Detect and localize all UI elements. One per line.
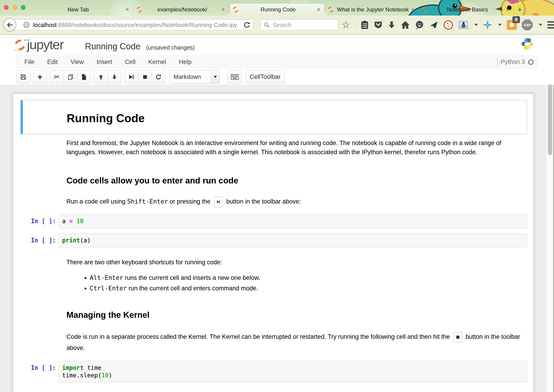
address-bar[interactable]: localhost:8888/notebooks/docs/source/exa… [10, 19, 253, 30]
dropdown-caret-icon[interactable] [539, 24, 542, 26]
url-path: :8888/notebooks/docs/source/examples/Not… [57, 21, 237, 28]
duckduckgo-icon[interactable] [443, 20, 453, 30]
interrupt-kernel-button[interactable] [138, 70, 152, 83]
code-number: 10 [76, 218, 83, 224]
zoom-window-button[interactable] [21, 5, 26, 10]
reload-icon[interactable] [243, 21, 250, 28]
menu-help[interactable]: Help [173, 58, 198, 66]
asterisk-addon-icon[interactable]: ✱ 8 [507, 20, 517, 30]
code-input[interactable]: import timetime.sleep(10) [58, 361, 527, 382]
shortcuts-intro-paragraph: There are two other keyboard shortcuts f… [66, 258, 529, 267]
tabs: New Tab × examples/Notebook/ × Running C… [29, 0, 526, 15]
selected-markdown-cell[interactable]: Running Code [21, 100, 527, 134]
pocket-icon[interactable] [374, 21, 382, 29]
tab-examples-notebook[interactable]: examples/Notebook/ × [133, 4, 229, 15]
code-cell-a[interactable]: In [ ]: a = 10 [21, 214, 540, 228]
list-item: Ctrl-Enter run the current cell and ente… [90, 283, 526, 293]
tab-close-icon[interactable]: × [410, 6, 416, 13]
list-item: Alt-Enter runs the current cell and inse… [90, 273, 526, 283]
tab-title: What is the Jupyter Notebook [336, 6, 410, 13]
search-input[interactable] [272, 21, 327, 29]
tab-bar: New Tab × examples/Notebook/ × Running C… [0, 0, 554, 15]
tab-close-icon[interactable]: × [125, 6, 130, 13]
move-cell-down-button[interactable] [108, 70, 121, 83]
checkpoint-status: (unsaved changes) [146, 44, 195, 51]
code-token: time.sleep( [62, 372, 101, 379]
fly-addon-icon[interactable] [458, 21, 468, 29]
select-arrow [211, 70, 219, 83]
toolbar-addons: ☆ [342, 15, 554, 34]
tab-close-icon[interactable]: × [220, 6, 226, 13]
code-number: 10 [101, 372, 109, 379]
dropdown-caret-icon[interactable] [474, 24, 478, 26]
step-forward-icon [128, 74, 134, 80]
window-edge [553, 85, 554, 392]
run-text-middle: or pressing the [168, 198, 212, 205]
scrollbar-thumb[interactable] [548, 84, 552, 155]
page-scrollbar[interactable] [546, 85, 554, 392]
run-instruction-paragraph: Run a code cell using Shift-Enter or pre… [66, 196, 529, 207]
jupyter-favicon [232, 6, 239, 13]
code-cell-sleep[interactable]: In [ ]: import timetime.sleep(10) [21, 361, 540, 382]
dropdown-caret-icon[interactable] [498, 24, 502, 26]
menu-insert[interactable]: Insert [90, 58, 118, 66]
download-icon[interactable] [388, 21, 396, 29]
copy-cell-button[interactable] [63, 70, 77, 83]
insert-cell-below-button[interactable] [33, 70, 47, 83]
jupyter-favicon [136, 6, 143, 13]
tab-new-tab[interactable]: New Tab × [29, 4, 133, 15]
code-input[interactable]: print(a) [58, 233, 527, 247]
menu-hamburger-icon[interactable] [547, 21, 554, 28]
run-text-before: Run a code cell using [66, 198, 127, 205]
paste-cell-button[interactable] [77, 70, 91, 83]
cell-toolbar-button[interactable]: CellToolbar [245, 70, 285, 83]
jupyter-logo-text: jupyter [27, 38, 63, 51]
tab-notebook-basics[interactable]: Notebook Basics × [419, 4, 514, 15]
reading-list-icon[interactable] [360, 20, 369, 29]
cell-type-select[interactable]: Markdown [170, 70, 220, 83]
adblock-plus-icon[interactable]: ABP [522, 19, 533, 30]
search-bar[interactable] [261, 19, 338, 30]
code-token: (a) [80, 237, 91, 244]
menu-kernel[interactable]: Kernel [142, 58, 173, 66]
home-icon[interactable] [401, 21, 410, 29]
notebook-title[interactable]: Running Code [85, 42, 140, 51]
tab-title: Notebook Basics [430, 6, 505, 13]
back-button[interactable] [3, 18, 16, 32]
menu-edit[interactable]: Edit [41, 58, 64, 66]
feedback-smiley-icon[interactable] [415, 20, 424, 29]
bookmark-star-icon[interactable]: ☆ [342, 20, 350, 30]
url-divider [240, 21, 241, 28]
menu-file[interactable]: File [16, 58, 41, 66]
blue-bot-addon-icon[interactable] [483, 20, 492, 29]
search-icon [263, 22, 270, 28]
kernel-divider [497, 58, 497, 66]
restart-kernel-button[interactable] [152, 70, 165, 83]
url-domain: localhost [33, 21, 57, 28]
url-text: localhost:8888/notebooks/docs/source/exa… [33, 21, 237, 28]
new-tab-button[interactable]: + [514, 5, 526, 14]
code-operator: = [66, 218, 76, 224]
menu-row: File Edit View Insert Cell Kernel Help P… [0, 56, 554, 70]
inline-code-alt-enter: Alt-Enter [90, 274, 123, 281]
menu-cell[interactable]: Cell [118, 58, 142, 66]
close-window-button[interactable] [4, 5, 9, 10]
inline-step-forward-button [214, 197, 223, 207]
minimize-window-button[interactable] [12, 5, 17, 10]
section-heading-code-cells: Code cells allow you to enter and run co… [66, 176, 238, 185]
code-input[interactable]: a = 10 [58, 214, 527, 228]
menu-view[interactable]: View [64, 58, 90, 66]
save-button[interactable] [16, 70, 30, 83]
run-cell-button[interactable] [124, 70, 138, 83]
tab-running-code[interactable]: Running Code × [229, 3, 325, 15]
tab-close-icon[interactable]: × [505, 6, 510, 13]
command-palette-button[interactable] [228, 70, 242, 83]
tab-close-icon[interactable]: × [316, 6, 321, 13]
jupyter-logo[interactable]: jupyter [15, 38, 63, 51]
send-plane-icon[interactable] [429, 20, 438, 29]
cut-cell-button[interactable]: ✂ [50, 70, 63, 83]
code-cell-print[interactable]: In [ ]: print(a) [21, 233, 540, 247]
tab-what-is-jupyter[interactable]: What is the Jupyter Notebook × [325, 4, 419, 15]
move-cell-up-button[interactable] [94, 70, 108, 83]
kernel-name: Python 3 [501, 58, 525, 66]
